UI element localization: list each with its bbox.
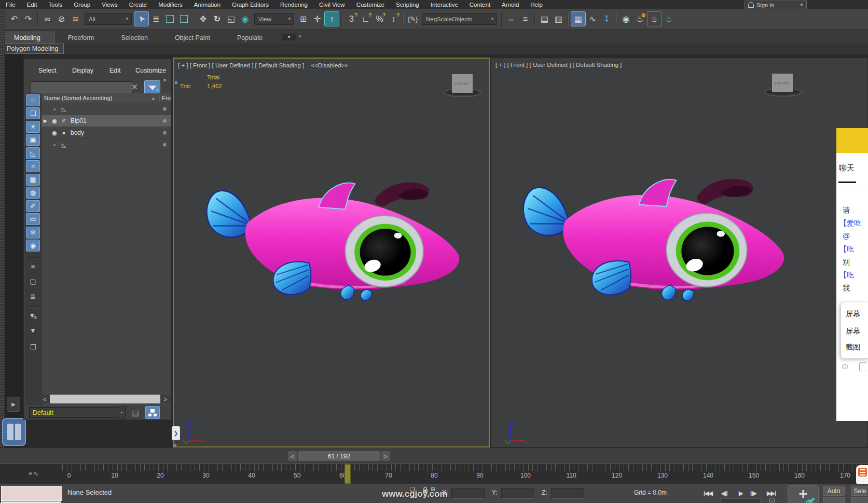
menu-rendering[interactable]: Rendering [274,2,313,8]
chevron-down-icon[interactable]: ▼ [118,407,126,418]
viewport-overflow-chevron-icon[interactable]: » [174,79,178,86]
menu-tools[interactable]: Tools [43,2,68,8]
container-icon[interactable]: ❒ [26,341,40,353]
viewport-layout-tab-icon[interactable] [2,418,26,446]
chat-tab-title[interactable]: 聊天 [839,163,855,173]
viewcube[interactable]: FRONT [772,74,793,92]
select-object-icon[interactable]: ➤ [134,11,149,26]
menu-help[interactable]: Help [525,2,548,8]
spinner-snap-icon[interactable]: ↕? [387,12,401,26]
key-mode-dropdown[interactable] [720,498,761,503]
panel-expand-button[interactable]: ▶ [7,397,20,412]
mini-curve-editor-icon[interactable]: ≡∿ [25,467,43,480]
auto-key-button[interactable]: Auto [823,486,845,496]
play-icon[interactable]: ▶ [739,487,742,499]
menu-create[interactable]: Create [123,2,153,8]
explorer-menu-customize[interactable]: Customize [135,67,166,74]
filter-frozen-icon[interactable]: ❄ [26,227,40,239]
selected-key-button[interactable]: Sele [851,486,868,496]
info-icon[interactable]: ⓘ [769,497,775,503]
select-by-name-icon[interactable]: ≣ [149,12,163,26]
list-column-header[interactable]: Name (Sorted Ascending) ▲ Frozen [42,93,171,103]
viewport-label[interactable]: [ + ] [ Front ] [ User Defined ] [ Defau… [495,62,622,68]
scrollbar-thumb[interactable] [50,395,160,403]
select-and-rotate-icon[interactable]: ↻ [210,12,224,26]
ribbon-toggle-icon[interactable]: ▦ [571,11,586,26]
keyboard-shortcut-override-icon[interactable]: ↑ [324,11,339,26]
viewport-label-text[interactable]: [ + ] [ Front ] [ User Defined ] [ Defau… [178,62,304,68]
use-pivot-point-icon[interactable]: ⊞ [296,12,310,26]
selection-filter-dropdown[interactable]: All ▼ [85,13,132,25]
table-row-selected[interactable]: ▶ ◉ ✐ Bip01 ❄ [42,115,171,127]
material-editor-icon[interactable]: ◉ [619,12,633,26]
mirror-icon[interactable]: ⇔ [504,12,518,26]
visible-eye-icon[interactable]: ◉ [50,118,59,124]
next-frame-icon[interactable]: ||▶ [750,487,756,499]
filter-settings-icon[interactable]: ▼⚙ [26,310,40,322]
polygon-modeling-panel[interactable]: Polygon Modeling [1,44,64,54]
table-row[interactable]: ◉ ● body ❄ [42,127,171,139]
z-coordinate-field[interactable] [551,488,584,499]
property-sheet-icon[interactable]: ≣ [26,290,40,302]
scene-explorer-toggle-icon[interactable]: ▤ [538,12,552,26]
time-slider-handle[interactable]: 61 / 192 [298,451,380,461]
ribbon-tab-freeform[interactable]: Freeform [54,32,108,44]
filter-cameras-icon[interactable]: ▣ [26,134,40,146]
chevron-down-icon[interactable]: ▼ [298,34,302,39]
edit-named-selection-sets-icon[interactable]: {✎} [406,12,420,26]
menu-content[interactable]: Content [464,2,496,8]
bind-to-spacewarp-icon[interactable]: ≋ [68,12,82,26]
percent-snap-icon[interactable]: %? [373,12,387,26]
menu-item-screenshot[interactable]: 截图 [846,343,860,352]
frozen-icon[interactable]: ❄ [162,130,167,136]
filter-hidden-icon[interactable]: ◉ [26,240,40,252]
rendered-frame-window-icon[interactable]: ♨ [647,11,662,26]
snaps-toggle-icon[interactable]: 3? [345,12,359,26]
timeline-playhead[interactable] [345,464,351,484]
image-icon[interactable] [859,362,867,371]
redo-icon[interactable]: ↷ [21,12,35,26]
filter-groups-icon[interactable]: ▦ [26,174,40,186]
lock-icon[interactable] [422,486,428,494]
expand-all-icon[interactable]: ≡ [26,260,40,272]
go-to-start-icon[interactable]: |◀◀ [704,487,712,499]
menu-group[interactable]: Group [68,2,96,8]
panel-expander-button[interactable]: ❯ [172,426,180,440]
frozen-icon[interactable]: ❄ [162,142,167,148]
filter-xrefs-icon[interactable]: ◍ [26,187,40,199]
scroll-left-icon[interactable]: < [39,395,50,403]
explorer-menu-edit[interactable]: Edit [109,67,121,74]
name-column-header[interactable]: Name (Sorted Ascending) [42,95,160,101]
y-coordinate-field[interactable] [501,488,534,499]
select-and-manipulate-icon[interactable]: ✛ [310,12,324,26]
active-layer-dropdown[interactable]: Default [29,407,118,418]
menu-views[interactable]: Views [96,2,123,8]
reference-coordinate-dropdown[interactable]: View ▼ [254,13,294,25]
partial-button[interactable] [851,497,868,503]
viewport-label-text[interactable]: [ + ] [ Front ] [ User Defined ] [ Defau… [495,62,622,68]
frozen-column-header[interactable]: Frozen [159,95,171,101]
filter-containers-icon[interactable]: ▭ [26,213,40,225]
previous-frame-button[interactable]: < [288,451,297,461]
viewport-label[interactable]: [ + ] [ Front ] [ User Defined ] [ Defau… [178,62,348,68]
filter-geometry-icon[interactable]: ❏ [26,107,40,119]
filter-lights-icon[interactable]: ☀ [26,121,40,133]
menu-civil-view[interactable]: Civil View [313,2,351,8]
menu-item-screen[interactable]: 屏幕 [846,327,860,336]
floating-widget[interactable] [856,465,868,486]
emoji-icon[interactable]: ☺ [841,361,849,372]
unlink-selection-icon[interactable]: ⊘ [54,12,68,26]
curve-editor-icon[interactable]: ∿ [586,12,600,26]
horizontal-scrollbar[interactable]: < > [39,394,171,404]
menu-interactive[interactable]: Interactive [425,2,464,8]
menu-animation[interactable]: Animation [188,2,226,8]
collapse-all-icon[interactable]: ▢ [26,275,40,287]
menu-file[interactable]: File [0,2,21,8]
filter-icon[interactable]: ▼ [26,325,40,337]
next-frame-button[interactable]: > [381,451,390,461]
sign-in-button[interactable]: Sign In ▼ [745,1,807,9]
maxscript-mini-listener[interactable] [1,486,62,501]
menu-item-screen[interactable]: 屏幕 [846,310,860,319]
hierarchy-view-icon[interactable] [145,406,160,419]
scroll-right-icon[interactable]: > [160,395,171,403]
